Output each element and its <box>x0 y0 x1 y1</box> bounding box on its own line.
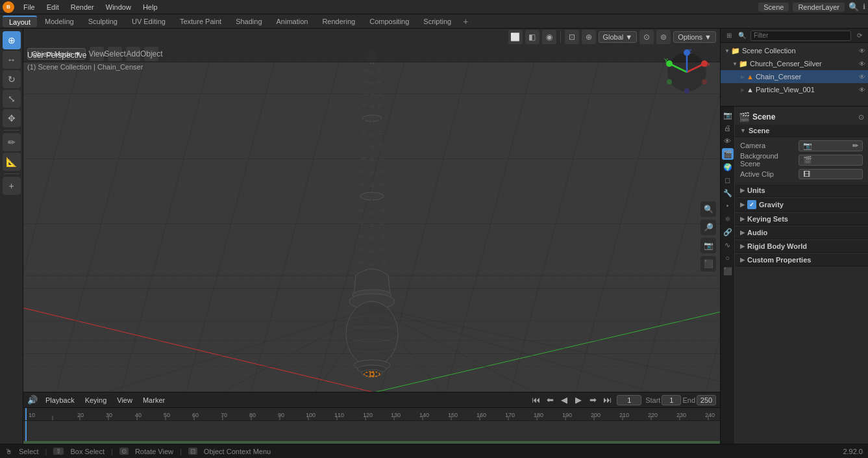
outliner-filter-icon[interactable]: ⊞ <box>723 30 735 42</box>
texture-props-tab[interactable]: ⬛ <box>722 265 734 277</box>
frame-current-input[interactable] <box>617 395 641 405</box>
vp-camera-view[interactable]: 📷 <box>701 238 716 253</box>
frame-end-input[interactable] <box>697 395 716 405</box>
menu-render[interactable]: Render <box>66 3 99 12</box>
outliner-search-input[interactable] <box>750 31 851 41</box>
move-tool-btn[interactable]: ↔ <box>3 51 21 69</box>
tab-scripting[interactable]: Scripting <box>417 16 458 27</box>
visibility-icon-sc[interactable]: 👁 <box>859 47 865 55</box>
vp-zoom-out[interactable]: 🔎 <box>701 220 716 235</box>
material-props-tab[interactable]: ○ <box>722 252 734 264</box>
vp-render-view[interactable]: ⬛ <box>701 256 716 272</box>
tab-layout[interactable]: Layout <box>3 16 37 27</box>
scene-props-tab[interactable]: 🎬 <box>722 148 734 160</box>
timeline-ruler[interactable]: 10 20 30 40 50 60 70 80 90 100 110 120 1… <box>23 408 720 421</box>
camera-prop-value[interactable]: 📷 ✏ <box>799 140 863 151</box>
outliner-search-icon[interactable]: 🔍 <box>736 30 748 42</box>
constraints-props-tab[interactable]: 🔗 <box>722 226 734 238</box>
playback-menu-btn[interactable]: Playback <box>43 395 77 405</box>
jump-end-btn[interactable]: ⏭ <box>601 394 613 406</box>
tab-sculpting[interactable]: Sculpting <box>82 16 124 27</box>
render-props-tab[interactable]: 📷 <box>722 109 734 121</box>
transform-tool-btn[interactable]: ✥ <box>3 109 21 127</box>
options-dropdown[interactable]: Options ▼ <box>673 31 716 43</box>
transform-global-dropdown[interactable]: Global ▼ <box>599 31 638 43</box>
frame-position-marker <box>25 421 27 444</box>
menu-edit[interactable]: Edit <box>42 3 64 12</box>
cursor-tool-btn[interactable]: ⊕ <box>3 31 21 49</box>
tab-animation[interactable]: Animation <box>270 16 315 27</box>
audio-section-collapse[interactable]: ▶ Audio <box>735 227 868 239</box>
search-icon[interactable]: 🔍 <box>849 2 859 12</box>
view-props-tab[interactable]: 👁 <box>722 135 734 147</box>
timeline-content-area[interactable] <box>23 421 720 444</box>
timeline-header: 🔊 Playback Keying View Marker ⏮ ⬅ ◀ ▶ ➡ … <box>23 392 720 408</box>
rotate-tool-btn[interactable]: ↻ <box>3 70 21 88</box>
frame-start-input[interactable] <box>662 395 681 405</box>
menu-file[interactable]: File <box>18 3 40 12</box>
data-props-tab[interactable]: ∿ <box>722 239 734 251</box>
custom-props-section-collapse[interactable]: ▶ Custom Properties <box>735 254 868 266</box>
jump-next-keyframe-btn[interactable]: ➡ <box>587 394 599 406</box>
info-icon[interactable]: ℹ <box>863 3 865 11</box>
tree-row-scene-collection[interactable]: ▼ 📁 Scene Collection 👁 <box>721 44 868 57</box>
measure-tool-btn[interactable]: 📐 <box>3 153 21 171</box>
visibility-icon-chain[interactable]: 👁 <box>859 73 865 81</box>
visibility-icon-pv[interactable]: 👁 <box>859 86 865 94</box>
active-clip-prop-value[interactable]: 🎞 <box>799 169 863 179</box>
rigid-body-section-collapse[interactable]: ▶ Rigid Body World <box>735 240 868 253</box>
gravity-checkbox[interactable]: ✓ <box>747 200 756 209</box>
tree-row-particle-view[interactable]: ▶ ▲ Particle_View_001 👁 <box>721 83 868 96</box>
viewport-shade-material[interactable]: ◧ <box>525 30 539 44</box>
tab-uv-editing[interactable]: UV Editing <box>125 16 172 27</box>
scene-options-icon[interactable]: ⊙ <box>858 113 864 121</box>
active-clip-prop-label: Active Clip <box>740 170 799 178</box>
marker-menu-btn[interactable]: Marker <box>140 395 167 405</box>
snap-btn[interactable]: ⊙ <box>639 30 654 44</box>
modifier-props-tab[interactable]: 🔧 <box>722 187 734 199</box>
units-section-collapse[interactable]: ▶ Units <box>735 184 868 197</box>
gravity-section-collapse[interactable]: ▶ ✓ Gravity <box>735 198 868 212</box>
physics-props-tab[interactable]: ⚛ <box>722 213 734 225</box>
tab-texture-paint[interactable]: Texture Paint <box>173 16 228 27</box>
tab-rendering[interactable]: Rendering <box>316 16 362 27</box>
gravity-collapse-arrow: ▶ <box>740 201 745 208</box>
output-props-tab[interactable]: 🖨 <box>722 122 734 134</box>
jump-prev-keyframe-btn[interactable]: ⬅ <box>544 394 556 406</box>
play-btn[interactable]: ▶ <box>573 394 584 406</box>
tab-compositing[interactable]: Compositing <box>363 16 415 27</box>
annotate-tool-btn[interactable]: ✏ <box>3 133 21 151</box>
viewport-shade-solid[interactable]: ⬜ <box>508 30 523 44</box>
keying-sets-section-collapse[interactable]: ▶ Keying Sets <box>735 213 868 225</box>
tree-row-chain-censer[interactable]: ▶ ▲ Chain_Censer 👁 <box>721 70 868 83</box>
scale-tool-btn[interactable]: ⤡ <box>3 90 21 108</box>
view-menu-btn[interactable]: View <box>114 395 135 405</box>
add-object-btn[interactable]: + <box>3 177 21 195</box>
vp-zoom-in[interactable]: 🔍 <box>701 201 716 217</box>
viewport-gizmo-btn[interactable]: ⊕ <box>582 30 596 44</box>
tab-modeling[interactable]: Modeling <box>38 16 81 27</box>
camera-prop-edit-icon[interactable]: ✏ <box>852 142 858 150</box>
bg-scene-prop-value[interactable]: 🎬 <box>799 155 863 166</box>
proportional-btn[interactable]: ⊚ <box>656 30 671 44</box>
viewport-object-menu[interactable]: Object <box>144 47 158 61</box>
viewport-shade-rendered[interactable]: ◉ <box>542 30 556 44</box>
status-version: 2.92.0 <box>843 448 863 455</box>
particles-props-tab[interactable]: · <box>722 200 734 212</box>
visibility-icon-cc[interactable]: 👁 <box>859 60 865 68</box>
menu-window[interactable]: Window <box>101 3 136 12</box>
menu-help[interactable]: Help <box>138 3 163 12</box>
viewport-3d[interactable]: Object Mode ▼ View Select Add Object ⬜ ◧… <box>23 29 720 444</box>
play-reverse-btn[interactable]: ◀ <box>558 394 570 406</box>
tree-row-church-censer[interactable]: ▼ 📁 Church_Censer_Silver 👁 <box>721 57 868 70</box>
tab-shading[interactable]: Shading <box>229 16 268 27</box>
scene-section-collapse[interactable]: ▼ Scene <box>735 125 868 137</box>
object-props-tab[interactable]: ◻ <box>722 174 734 186</box>
jump-start-btn[interactable]: ⏮ <box>530 394 541 406</box>
outliner-sync-icon[interactable]: ⟳ <box>854 30 865 42</box>
keying-menu-btn[interactable]: Keying <box>82 395 110 405</box>
viewport-overlay-btn[interactable]: ⊡ <box>565 30 579 44</box>
add-workspace-button[interactable]: + <box>459 15 472 28</box>
orientation-gizmo[interactable]: X Y Z <box>664 49 710 95</box>
world-props-tab[interactable]: 🌍 <box>722 161 734 173</box>
